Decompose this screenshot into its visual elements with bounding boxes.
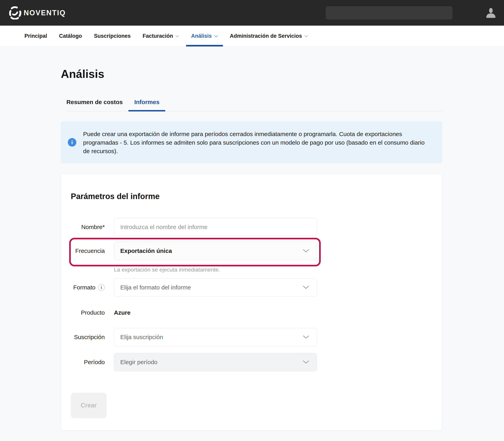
- chevron-down-icon: [303, 360, 309, 364]
- nav-item-suscripciones[interactable]: Suscripciones: [89, 26, 136, 46]
- page-content: Análisis Resumen de costos Informes i Pu…: [61, 68, 442, 431]
- header-search-input[interactable]: [326, 6, 453, 19]
- periodo-label: Período: [71, 359, 105, 365]
- card-heading: Parámetros del informe: [71, 192, 442, 201]
- suscripcion-label: Suscripción: [71, 334, 105, 341]
- main-navigation: Principal Catálogo Suscripciones Factura…: [0, 26, 504, 47]
- user-icon-head: [489, 8, 493, 13]
- tab-label: Informes: [134, 99, 159, 106]
- frecuencia-selected-value: Exportación única: [120, 248, 172, 254]
- chevron-down-icon: [214, 35, 218, 38]
- suscripcion-placeholder: Elija suscripción: [120, 334, 163, 341]
- formato-label-text: Formato: [73, 284, 95, 291]
- nav-label: Análisis: [191, 33, 212, 39]
- formato-placeholder: Elija el formato del informe: [120, 284, 191, 291]
- formato-select[interactable]: Elija el formato del informe: [114, 278, 317, 297]
- nav-label: Facturación: [143, 33, 173, 39]
- tab-informes[interactable]: Informes: [128, 93, 165, 111]
- producto-value: Azure: [114, 309, 130, 316]
- chevron-down-icon: [303, 335, 309, 339]
- noventiq-logo[interactable]: NOVENTIQ: [9, 6, 66, 19]
- row-producto: Producto Azure: [71, 305, 442, 321]
- page-title: Análisis: [61, 68, 442, 80]
- crear-button[interactable]: Crear: [71, 393, 107, 418]
- analysis-tabbar: Resumen de costos Informes: [67, 93, 442, 111]
- frequency-highlight-annotation: Frecuencia Exportación única: [69, 238, 321, 266]
- row-formato: Formato i Elija el formato del informe: [71, 278, 442, 297]
- producto-label: Producto: [71, 309, 105, 316]
- chevron-down-icon: [304, 35, 308, 38]
- nav-label: Catálogo: [59, 33, 82, 39]
- info-banner: i Puede crear una exportación de informe…: [61, 121, 442, 163]
- info-banner-text: Puede crear una exportación de informe p…: [83, 130, 428, 155]
- report-form: Nombre* Frecuencia Exportación única La …: [71, 218, 442, 418]
- logo-text: NOVENTIQ: [24, 9, 66, 17]
- row-periodo: Período Elegir período: [71, 353, 442, 371]
- nav-label: Principal: [24, 33, 47, 39]
- nav-item-catalogo[interactable]: Catálogo: [54, 26, 87, 46]
- row-nombre: Nombre*: [71, 218, 442, 236]
- nav-item-principal[interactable]: Principal: [19, 26, 52, 46]
- top-header: NOVENTIQ: [0, 0, 504, 26]
- chevron-down-icon: [303, 286, 309, 289]
- suscripcion-select[interactable]: Elija suscripción: [114, 328, 317, 346]
- frecuencia-select[interactable]: Exportación única: [114, 242, 317, 260]
- info-icon: i: [68, 138, 76, 147]
- nav-item-facturacion[interactable]: Facturación: [138, 26, 184, 46]
- formato-label: Formato i: [71, 284, 105, 291]
- periodo-placeholder: Elegir período: [120, 359, 157, 365]
- formato-info-icon[interactable]: i: [98, 284, 105, 291]
- user-account-icon[interactable]: [486, 8, 495, 18]
- nav-item-analisis[interactable]: Análisis: [186, 26, 223, 46]
- row-suscripcion: Suscripción Elija suscripción: [71, 328, 442, 346]
- noventiq-logo-icon: [9, 6, 21, 19]
- tab-label: Resumen de costos: [67, 99, 123, 106]
- periodo-select[interactable]: Elegir período: [114, 353, 317, 371]
- nombre-label: Nombre*: [71, 224, 105, 230]
- nav-label: Administración de Servicios: [230, 33, 302, 39]
- row-frecuencia: Frecuencia Exportación única: [71, 242, 319, 260]
- frecuencia-label: Frecuencia: [71, 248, 105, 254]
- nav-label: Suscripciones: [94, 33, 131, 39]
- report-parameters-card: Parámetros del informe Nombre* Frecuenci…: [61, 173, 442, 431]
- chevron-down-icon: [175, 35, 179, 38]
- nav-item-administracion-de-servicios[interactable]: Administración de Servicios: [225, 26, 313, 46]
- user-icon-body: [486, 14, 495, 18]
- frecuencia-helper-text: La exportación se ejecuta inmediatamente…: [114, 267, 442, 273]
- chevron-down-icon: [303, 249, 309, 253]
- nombre-input[interactable]: [114, 218, 317, 236]
- tab-resumen-de-costos[interactable]: Resumen de costos: [67, 93, 128, 111]
